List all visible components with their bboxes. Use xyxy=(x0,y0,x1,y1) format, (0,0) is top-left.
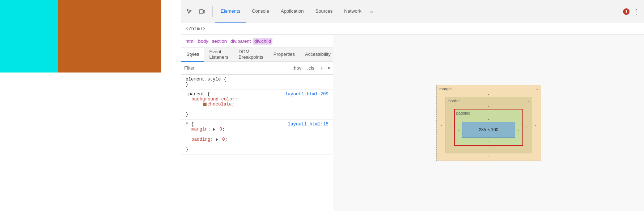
preview-area xyxy=(0,0,181,211)
css-close-brace-3: } xyxy=(186,147,188,152)
breadcrumb-div-child[interactable]: div.child xyxy=(253,38,272,45)
svg-rect-0 xyxy=(200,9,203,14)
margin-top-val: - xyxy=(488,92,490,96)
css-prop-padding-name: padding xyxy=(191,137,211,142)
breadcrumb-html[interactable]: html xyxy=(184,38,196,45)
margin-bottom: - xyxy=(438,153,539,159)
padding-label: padding xyxy=(456,111,470,115)
breadcrumb-div-parent[interactable]: div.parent xyxy=(229,38,252,45)
tabs-bar: Elements Console Application Sources Net… xyxy=(215,0,376,23)
css-triangle-padding[interactable] xyxy=(216,138,218,141)
css-rule-parent-bgcolor-line: background-color: chocolate; xyxy=(186,97,329,107)
css-file-link-parent[interactable]: layout1.html:209 xyxy=(285,92,329,97)
css-close-brace-1: } xyxy=(186,82,188,87)
subtab-event-listeners[interactable]: Event Listeners xyxy=(204,48,233,62)
border-value: - xyxy=(528,99,529,103)
margin-layer: margin - - - border - xyxy=(436,85,541,161)
padding-top: - xyxy=(456,116,521,122)
brown-block xyxy=(58,0,161,73)
margin-right-val: - xyxy=(535,123,537,127)
svg-rect-1 xyxy=(203,10,205,13)
padding-left-val: - xyxy=(458,128,460,132)
breadcrumb-bar: html body section div.parent div.child xyxy=(181,35,333,48)
margin-left-val: - xyxy=(441,123,442,127)
border-label: border xyxy=(448,99,460,103)
subtabs-bar: Styles Event Listeners DOM Breakpoints P… xyxy=(181,48,333,62)
css-rule-parent: .parent { layout1.html:209 background-co… xyxy=(181,90,333,120)
filter-add-btn[interactable]: + xyxy=(319,64,325,72)
device-icon-btn[interactable] xyxy=(197,7,207,17)
box-model-diagram: margin - - - border - xyxy=(436,85,541,161)
css-triangle-margin[interactable] xyxy=(213,128,215,131)
tab-elements[interactable]: Elements xyxy=(215,0,246,23)
border-layer: border - - - padd xyxy=(445,97,532,153)
tab-console[interactable]: Console xyxy=(246,0,275,23)
css-selector-universal: * { xyxy=(186,122,194,127)
devtools-toolbar: Elements Console Application Sources Net… xyxy=(181,0,644,23)
margin-value: - xyxy=(537,87,538,91)
filter-hov-btn[interactable]: :hov xyxy=(291,65,303,71)
padding-label-row: padding xyxy=(456,111,521,116)
padding-top-val: - xyxy=(488,117,490,121)
border-bottom-val: - xyxy=(488,146,490,151)
devtools-panel: Elements Console Application Sources Net… xyxy=(181,0,644,211)
error-circle: 1 xyxy=(623,8,630,15)
html-close-row: </html> xyxy=(181,23,644,35)
border-left: - xyxy=(447,125,454,129)
margin-right: - xyxy=(532,123,539,127)
padding-bottom-val: - xyxy=(488,138,490,143)
css-prop-margin-name: margin xyxy=(191,127,208,132)
content-box: 285 × 100 xyxy=(462,122,516,138)
toolbar-icons xyxy=(184,7,207,17)
subtab-properties[interactable]: Properties xyxy=(268,48,300,62)
tab-overflow-btn[interactable]: » xyxy=(367,0,376,23)
border-right: - xyxy=(523,125,530,129)
padding-right-val: - xyxy=(517,128,519,132)
filter-bar: :hov .cls + ▾ xyxy=(181,62,333,75)
padding-bottom: - xyxy=(456,138,521,144)
css-prop-margin-value: 0 xyxy=(220,127,223,132)
content-size: 285 × 100 xyxy=(479,127,499,132)
tab-sources[interactable]: Sources xyxy=(310,0,339,23)
css-rule-universal: * { layout1.html:15 margin: 0; padding: … xyxy=(181,120,333,155)
border-right-val: - xyxy=(526,125,528,129)
subtab-accessibility[interactable]: Accessibility xyxy=(300,48,336,62)
breadcrumb-section[interactable]: section xyxy=(211,38,228,45)
error-badge[interactable]: 1 xyxy=(623,8,630,15)
filter-arrow-icon: ▾ xyxy=(328,66,330,71)
border-top-val: - xyxy=(488,104,490,108)
inspect-icon-btn[interactable] xyxy=(184,7,194,17)
css-prop-bgcolor-value: chocolate xyxy=(207,102,232,107)
margin-bottom-val: - xyxy=(488,154,490,158)
filter-input[interactable] xyxy=(184,65,288,71)
subtab-styles[interactable]: Styles xyxy=(181,48,204,62)
padding-left: - xyxy=(456,128,462,132)
css-rule-padding-line: padding: 0; xyxy=(186,137,329,142)
styles-panel: html body section div.parent div.child S… xyxy=(181,35,333,211)
css-color-swatch-chocolate[interactable] xyxy=(203,103,207,106)
css-close-brace-2: } xyxy=(186,112,188,117)
css-selector-parent: .parent { xyxy=(186,92,210,97)
tab-application[interactable]: Application xyxy=(275,0,310,23)
padding-layer: padding - - 285 × xyxy=(454,109,523,146)
margin-left: - xyxy=(438,123,445,127)
css-file-link-universal[interactable]: layout1.html:15 xyxy=(288,122,329,127)
padding-sides-row: - 285 × 100 - xyxy=(456,122,521,138)
css-prop-padding-value: 0 xyxy=(222,137,225,142)
filter-cls-btn[interactable]: .cls xyxy=(306,65,316,71)
tab-separator xyxy=(212,6,213,17)
kebab-menu-btn[interactable]: ⋮ xyxy=(632,7,641,16)
padding-right: - xyxy=(515,128,521,132)
border-sides-row: - padding - xyxy=(447,109,530,146)
cyan-block xyxy=(0,0,58,73)
boxmodel-panel: margin - - - border - xyxy=(333,35,644,211)
border-left-val: - xyxy=(450,125,451,129)
toolbar-right: 1 ⋮ xyxy=(623,7,641,16)
margin-label: margin xyxy=(440,87,452,91)
breadcrumb-body[interactable]: body xyxy=(197,38,210,45)
css-rule-margin-line: margin: 0; xyxy=(186,127,329,132)
margin-sides-row: - border - - - xyxy=(438,97,539,153)
subtab-dom-breakpoints[interactable]: DOM Breakpoints xyxy=(233,48,268,62)
tab-network[interactable]: Network xyxy=(338,0,367,23)
border-top: - xyxy=(447,103,530,109)
